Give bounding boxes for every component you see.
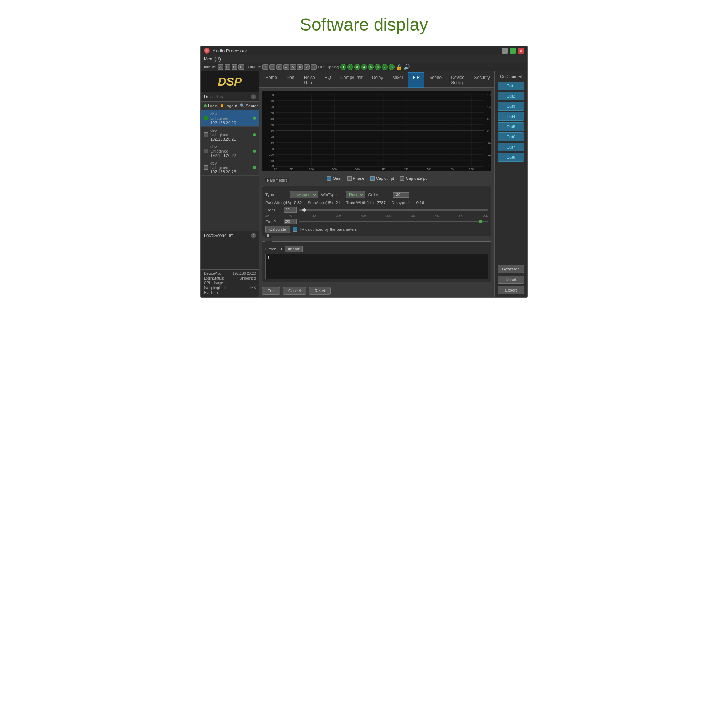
cap-data-checkbox-item[interactable]: Cap data pt bbox=[400, 176, 427, 180]
phase-checkbox-item[interactable]: Phase bbox=[347, 176, 364, 180]
chart-container: 0 -10 -20 -30 -40 -50 -60 -70 -80 -90 -1… bbox=[262, 91, 491, 171]
tab-scene[interactable]: Scene bbox=[424, 72, 446, 87]
out3-button[interactable]: Out3 bbox=[498, 102, 524, 111]
menu-item[interactable]: Menu(H) bbox=[204, 57, 221, 61]
device-checkbox[interactable] bbox=[204, 116, 208, 121]
inmute-d[interactable]: D bbox=[239, 64, 244, 70]
device-status: Unlogined bbox=[210, 133, 251, 137]
freq1-slider-track[interactable] bbox=[299, 209, 488, 211]
device-status-dot bbox=[253, 133, 256, 136]
device-status: Unlogined bbox=[210, 165, 251, 170]
cap-data-checkbox[interactable] bbox=[400, 176, 404, 180]
cap-ctrl-checkbox[interactable] bbox=[370, 176, 375, 180]
out1-button[interactable]: Out1 bbox=[498, 81, 524, 90]
footer-device-addr: DeviceAddr: 192.168.20.20 bbox=[204, 272, 256, 275]
svg-text:10K: 10K bbox=[449, 168, 455, 171]
out7-button[interactable]: Out7 bbox=[498, 143, 524, 151]
login-status-label: LoginStatus: bbox=[204, 276, 224, 280]
gain-label: Gain bbox=[333, 176, 341, 180]
ir-textarea[interactable]: 1 bbox=[265, 254, 488, 279]
footer-runtime: RunTime: bbox=[204, 291, 256, 294]
export-button[interactable]: Export bbox=[498, 286, 524, 294]
outmute-3[interactable]: 3 bbox=[276, 64, 282, 70]
calc-checkbox[interactable] bbox=[293, 227, 297, 231]
device-item[interactable]: dev Unlogined 192.168.20.22 bbox=[201, 143, 259, 159]
lock-icon[interactable]: 🔒 bbox=[396, 64, 402, 70]
close-button[interactable]: ✕ bbox=[518, 48, 524, 54]
minimize-button[interactable]: − bbox=[502, 48, 508, 54]
out2-button[interactable]: Out2 bbox=[498, 92, 524, 101]
outmute-1[interactable]: 1 bbox=[262, 64, 268, 70]
svg-text:120: 120 bbox=[487, 106, 491, 109]
calculate-button[interactable]: Calculate bbox=[265, 226, 290, 233]
tab-nav: Home Port Noise Gate EQ Comp/Limit Delay… bbox=[259, 71, 494, 88]
svg-text:60: 60 bbox=[487, 118, 490, 121]
device-status-dot bbox=[253, 150, 256, 153]
outmute-6[interactable]: 6 bbox=[297, 64, 303, 70]
stopatten-val: 21 bbox=[336, 200, 340, 205]
login-button[interactable]: Login bbox=[204, 103, 218, 108]
transwidth-label: TransWidth(Hz) bbox=[346, 200, 374, 205]
freq2-slider-thumb[interactable] bbox=[479, 220, 482, 223]
out8-button[interactable]: Out8 bbox=[498, 153, 524, 162]
order-input[interactable] bbox=[393, 192, 409, 198]
tab-delay[interactable]: Delay bbox=[367, 72, 388, 87]
wintype-select[interactable]: Rect bbox=[346, 191, 365, 198]
device-checkbox[interactable] bbox=[204, 133, 208, 137]
device-checkbox[interactable] bbox=[204, 165, 208, 170]
inmute-a[interactable]: A bbox=[218, 64, 223, 70]
device-item[interactable]: dev Unlogined 192.168.20.20 bbox=[201, 110, 259, 127]
speaker-icon[interactable]: 🔊 bbox=[404, 64, 410, 70]
phase-checkbox[interactable] bbox=[347, 176, 352, 180]
localscene-help-icon[interactable]: ? bbox=[251, 233, 256, 238]
inmute-c[interactable]: C bbox=[231, 64, 237, 70]
tab-fir[interactable]: FIR bbox=[408, 72, 424, 88]
outmute-8[interactable]: 8 bbox=[311, 64, 317, 70]
gain-checkbox[interactable] bbox=[327, 176, 331, 180]
reset-button[interactable]: Reset bbox=[309, 287, 330, 295]
freq2-slider-track[interactable] bbox=[299, 221, 488, 222]
svg-text:-30: -30 bbox=[270, 112, 274, 115]
maximize-button[interactable]: + bbox=[509, 48, 516, 54]
outmute-2[interactable]: 2 bbox=[269, 64, 275, 70]
import-button[interactable]: Import bbox=[284, 246, 303, 252]
gain-checkbox-item[interactable]: Gain bbox=[327, 176, 341, 180]
search-button[interactable]: 🔍 Search bbox=[240, 103, 259, 108]
passatten-val: 0.82 bbox=[294, 200, 302, 205]
freq2-input[interactable] bbox=[284, 219, 297, 224]
cancel-button[interactable]: Cancel bbox=[283, 287, 306, 295]
tab-comp-limit[interactable]: Comp/Limit bbox=[336, 72, 367, 87]
wintype-label: WinType bbox=[321, 193, 343, 197]
device-item[interactable]: dev Unlogined 192.168.20.23 bbox=[201, 159, 259, 176]
edit-button[interactable]: Edit bbox=[262, 287, 280, 295]
login-dot bbox=[204, 104, 207, 107]
svg-text:100: 100 bbox=[309, 168, 314, 171]
type-select[interactable]: Low pass bbox=[290, 191, 318, 198]
out4-button[interactable]: Out4 bbox=[498, 112, 524, 121]
svg-rect-0 bbox=[262, 91, 491, 171]
tab-security[interactable]: Security bbox=[470, 72, 494, 87]
outmute-4[interactable]: 4 bbox=[283, 64, 289, 70]
device-checkbox[interactable] bbox=[204, 149, 208, 153]
sampling-val: 96K bbox=[249, 286, 256, 290]
outmute-5[interactable]: 5 bbox=[290, 64, 296, 70]
device-ip: 192.168.20.20 bbox=[210, 121, 251, 125]
tab-mixer[interactable]: Mixer bbox=[388, 72, 408, 87]
tab-port[interactable]: Port bbox=[282, 72, 299, 87]
inmute-b[interactable]: B bbox=[225, 64, 230, 70]
logout-button[interactable]: Logout bbox=[220, 103, 237, 108]
tab-eq[interactable]: EQ bbox=[320, 72, 336, 87]
freq1-input[interactable] bbox=[284, 207, 297, 213]
device-item[interactable]: dev Unlogined 192.168.20.21 bbox=[201, 127, 259, 143]
tab-device-setting[interactable]: Device Setting bbox=[446, 72, 469, 87]
tab-noise-gate[interactable]: Noise Gate bbox=[299, 72, 320, 87]
bypassed-button[interactable]: Bypassed bbox=[498, 265, 524, 273]
tab-home[interactable]: Home bbox=[261, 72, 282, 87]
reset-right-button[interactable]: Reset bbox=[498, 275, 524, 284]
out6-button[interactable]: Out6 bbox=[498, 133, 524, 141]
outmute-7[interactable]: 7 bbox=[304, 64, 310, 70]
out5-button[interactable]: Out5 bbox=[498, 122, 524, 131]
cap-ctrl-checkbox-item[interactable]: Cap ctrl pt bbox=[370, 176, 394, 180]
devicelist-help-icon[interactable]: ? bbox=[251, 94, 256, 99]
freq1-slider-thumb[interactable] bbox=[303, 208, 306, 212]
